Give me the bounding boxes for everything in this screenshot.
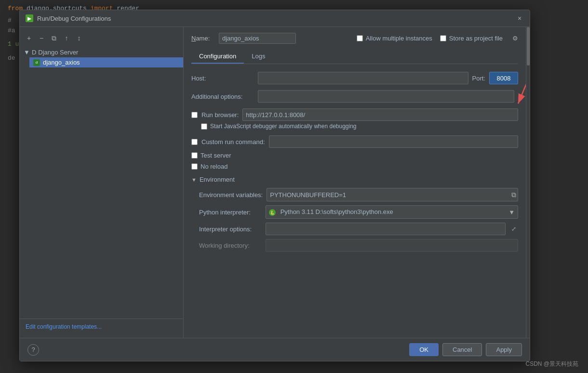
title-bar: ▶ Run/Debug Configurations × (20, 10, 530, 27)
working-dir-input[interactable] (266, 239, 518, 252)
move-up-button[interactable]: ↑ (61, 33, 72, 43)
env-input-wrapper: ⧉ (267, 188, 518, 201)
remove-config-button[interactable]: − (36, 33, 47, 43)
custom-run-row: Custom run command: (191, 135, 518, 148)
custom-run-checkbox[interactable] (191, 139, 198, 145)
additional-options-label: Additional options: (191, 93, 254, 100)
dialog-body: + − ⧉ ↑ ↕ ▼ D Django Server d django_axi… (20, 27, 530, 338)
test-server-label: Test server (200, 152, 263, 159)
env-vars-label: Environment variables: (199, 191, 263, 199)
run-debug-dialog: ▶ Run/Debug Configurations × + − ⧉ ↑ ↕ ▼… (19, 10, 530, 361)
name-row: Name: Allow multiple instances Store as … (191, 33, 518, 44)
copy-config-button[interactable]: ⧉ (49, 33, 59, 43)
interpreter-dropdown-arrow: ▼ (508, 209, 515, 216)
browser-url-input[interactable] (242, 108, 518, 121)
dialog-footer: ? OK Cancel Apply (20, 338, 530, 361)
tab-logs[interactable]: Logs (244, 50, 273, 64)
footer-buttons: OK Cancel Apply (409, 343, 522, 356)
environment-collapse-arrow[interactable]: ▼ (191, 177, 197, 183)
ok-button[interactable]: OK (409, 343, 439, 356)
additional-options-input[interactable] (258, 90, 514, 103)
scroll-track (526, 27, 530, 338)
env-vars-input[interactable] (267, 188, 518, 201)
right-panel: Name: Allow multiple instances Store as … (184, 27, 526, 338)
django-axios-icon: d (33, 59, 40, 66)
watermark: CSDN @景天科技苑 (525, 360, 578, 368)
cancel-button[interactable]: Cancel (442, 343, 482, 356)
toolbar: + − ⧉ ↑ ↕ (20, 31, 183, 47)
no-reload-checkbox[interactable] (191, 163, 198, 170)
interpreter-icon: 🐍 Python 3.11 D:\softs\python3\python.ex… (269, 208, 393, 216)
additional-options-row: Additional options: (191, 90, 518, 103)
tree-item-django-axios[interactable]: d django_axios (29, 57, 183, 67)
red-arrow-svg (516, 72, 526, 111)
name-label: Name: (191, 35, 213, 42)
django-server-icon: D (32, 49, 36, 56)
env-vars-row: Environment variables: ⧉ (191, 188, 518, 201)
run-browser-row: Run browser: (191, 108, 518, 121)
store-project-checkbox-item[interactable]: Store as project file (440, 35, 503, 42)
run-browser-checkbox[interactable] (191, 112, 198, 118)
svg-line-1 (518, 75, 526, 104)
js-debugger-label: Start JavaScript debugger automatically … (210, 123, 357, 130)
tree-parent-label: Django Server (38, 49, 78, 56)
title-bar-left: ▶ Run/Debug Configurations (26, 14, 111, 22)
collapse-arrow: ▼ (24, 49, 30, 56)
interpreter-value: Python 3.11 D:\softs\python3\python.exe (281, 208, 393, 215)
environment-section-header: ▼ Environment (191, 176, 518, 183)
allow-multiple-checkbox[interactable] (357, 35, 363, 41)
no-reload-label: No reload (200, 163, 263, 170)
port-input[interactable] (489, 72, 518, 84)
python-interpreter-select[interactable]: 🐍 Python 3.11 D:\softs\python3\python.ex… (266, 205, 518, 219)
store-project-label: Store as project file (449, 35, 503, 42)
settings-gear-icon[interactable]: ⚙ (512, 35, 518, 42)
store-project-checkbox[interactable] (440, 35, 446, 41)
js-debugger-row: Start JavaScript debugger automatically … (201, 123, 518, 130)
tabs: Configuration Logs (191, 50, 518, 64)
python-interpreter-row: Python interpreter: 🐍 Python 3.11 D:\sof… (191, 205, 518, 219)
help-button[interactable]: ? (27, 344, 39, 356)
scroll-thumb[interactable] (527, 27, 530, 66)
tree-item-label: django_axios (43, 59, 80, 66)
edit-config-templates-link[interactable]: Edit configuration templates... (26, 323, 102, 330)
host-label: Host: (191, 75, 254, 82)
host-input[interactable] (258, 72, 468, 84)
interpreter-options-input[interactable] (266, 223, 506, 235)
dialog-icon: ▶ (26, 14, 33, 22)
env-copy-button[interactable]: ⧉ (511, 191, 516, 199)
left-footer: Edit configuration templates... (20, 319, 183, 334)
port-label: Port: (472, 75, 485, 82)
interpreter-options-label: Interpreter options: (199, 226, 262, 233)
add-config-button[interactable]: + (24, 33, 34, 43)
run-browser-label: Run browser: (201, 111, 239, 119)
expand-options-button[interactable]: ⤢ (509, 225, 518, 233)
custom-run-label: Custom run command: (201, 138, 265, 146)
js-debugger-checkbox[interactable] (201, 123, 207, 130)
no-reload-row: No reload (191, 163, 518, 170)
checkbox-group: Allow multiple instances Store as projec… (357, 35, 518, 42)
interpreter-options-row: Interpreter options: ⤢ (191, 223, 518, 235)
left-panel: + − ⧉ ↑ ↕ ▼ D Django Server d django_axi… (20, 27, 184, 338)
sort-button[interactable]: ↕ (74, 33, 84, 43)
environment-section-title: Environment (200, 176, 235, 183)
allow-multiple-checkbox-item[interactable]: Allow multiple instances (357, 35, 432, 42)
working-dir-label: Working directory: (199, 242, 262, 249)
host-port-row: Host: Port: (191, 72, 518, 84)
tab-configuration[interactable]: Configuration (191, 50, 244, 64)
close-button[interactable]: × (515, 14, 524, 23)
dialog-title: Run/Debug Configurations (37, 15, 111, 22)
test-server-checkbox[interactable] (191, 152, 198, 159)
apply-button[interactable]: Apply (486, 343, 522, 356)
tree-parent-django-server[interactable]: ▼ D Django Server (20, 47, 183, 57)
name-input[interactable] (219, 33, 296, 44)
custom-run-input[interactable] (269, 135, 519, 148)
right-panel-wrapper: Name: Allow multiple instances Store as … (184, 27, 530, 338)
test-server-row: Test server (191, 152, 518, 159)
working-dir-row: Working directory: (191, 239, 518, 252)
python-interpreter-label: Python interpreter: (199, 209, 262, 216)
tree-children: d django_axios (20, 57, 183, 67)
allow-multiple-label: Allow multiple instances (366, 35, 432, 42)
